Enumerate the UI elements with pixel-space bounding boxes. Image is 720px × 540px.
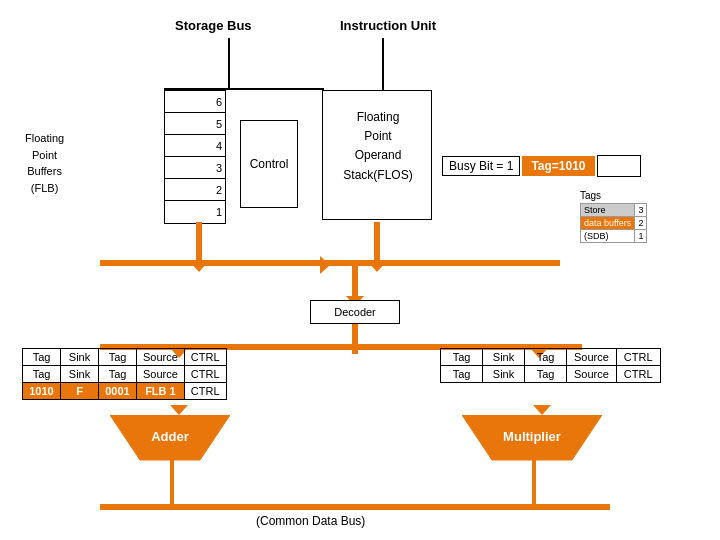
- rs2-ctrl: CTRL: [616, 366, 660, 383]
- instruction-unit-title: Instruction Unit: [340, 18, 436, 33]
- storage-bus-title: Storage Bus: [175, 18, 252, 33]
- rs1-sink: Sink: [483, 349, 525, 366]
- tags-sdb-label: (SDB): [581, 230, 635, 243]
- rs2-tag2: Tag: [525, 366, 567, 383]
- flb-label: FloatingPointBuffers(FLB): [25, 130, 64, 196]
- rs1-source: Source: [567, 349, 617, 366]
- flb-rows: 6 5 4 3 2 1: [164, 90, 226, 224]
- flb-row-2: 2: [165, 179, 225, 201]
- busy-bit-area: Busy Bit = 1 Tag=1010: [442, 155, 641, 177]
- arrow-down-adder: [170, 405, 188, 415]
- q3-sink: F: [61, 383, 99, 400]
- orange-vline-decoder: [352, 264, 358, 298]
- inst-bus-vline: [382, 38, 384, 90]
- tags-row-1: Store 3: [581, 204, 647, 217]
- arrow-down-flb: [190, 262, 208, 272]
- q1-tag2: Tag: [99, 349, 137, 366]
- orange-hbus-main: [100, 260, 560, 266]
- vline-adder-cdb: [170, 460, 174, 506]
- flb-row-1: 1: [165, 201, 225, 223]
- tag-empty-box: [597, 155, 641, 177]
- queue-row-1: Tag Sink Tag Source CTRL: [23, 349, 227, 366]
- queue-table: Tag Sink Tag Source CTRL Tag Sink Tag So…: [22, 348, 227, 400]
- q2-tag2: Tag: [99, 366, 137, 383]
- arrow-right-flos: [320, 256, 330, 274]
- q1-sink: Sink: [61, 349, 99, 366]
- tags-databuf-label: data buffers: [581, 217, 635, 230]
- cdb-label: (Common Data Bus): [256, 514, 365, 528]
- tags-row-2: data buffers 2: [581, 217, 647, 230]
- orange-vline-flb: [196, 222, 202, 264]
- rs2-sink: Sink: [483, 366, 525, 383]
- q2-ctrl: CTRL: [184, 366, 226, 383]
- tags-row-3: (SDB) 1: [581, 230, 647, 243]
- rs-table: Tag Sink Tag Source CTRL Tag Sink Tag So…: [440, 348, 661, 383]
- svg-text:Multiplier: Multiplier: [503, 429, 561, 444]
- rs-row-1: Tag Sink Tag Source CTRL: [441, 349, 661, 366]
- tags-store-label: Store: [581, 204, 635, 217]
- tag-label: Tag=1010: [522, 156, 594, 176]
- queue-row-2: Tag Sink Tag Source CTRL: [23, 366, 227, 383]
- flb-row-4: 4: [165, 135, 225, 157]
- busy-bit-label: Busy Bit = 1: [442, 156, 520, 176]
- rs1-ctrl: CTRL: [616, 349, 660, 366]
- svg-text:Adder: Adder: [151, 429, 189, 444]
- rs2-source: Source: [567, 366, 617, 383]
- rs1-tag: Tag: [441, 349, 483, 366]
- q3-tag2: 0001: [99, 383, 137, 400]
- tags-sdb-value: 1: [635, 230, 647, 243]
- control-label: Control: [250, 157, 289, 171]
- tags-label: Tags: [580, 190, 601, 201]
- q2-tag: Tag: [23, 366, 61, 383]
- flos-label: FloatingPointOperandStack(FLOS): [330, 108, 426, 185]
- rs-row-2: Tag Sink Tag Source CTRL: [441, 366, 661, 383]
- rs1-tag2: Tag: [525, 349, 567, 366]
- flb-row-3: 3: [165, 157, 225, 179]
- control-box: Control: [240, 120, 298, 208]
- queue-row-3: 1010 F 0001 FLB 1 CTRL: [23, 383, 227, 400]
- orange-vline-flos: [374, 222, 380, 264]
- q3-tag: 1010: [23, 383, 61, 400]
- q1-tag: Tag: [23, 349, 61, 366]
- decoder-box: Decoder: [310, 300, 400, 324]
- tags-store-value: 3: [635, 204, 647, 217]
- flb-row-5: 5: [165, 113, 225, 135]
- q2-source: Source: [137, 366, 185, 383]
- tags-info: Tags Store 3 data buffers 2 (SDB) 1: [580, 190, 647, 243]
- flb-row-6: 6: [165, 91, 225, 113]
- arrow-down-flos: [368, 262, 386, 272]
- tags-table: Store 3 data buffers 2 (SDB) 1: [580, 203, 647, 243]
- rs2-tag: Tag: [441, 366, 483, 383]
- tags-databuf-value: 2: [635, 217, 647, 230]
- diagram: Storage Bus Instruction Unit FloatingPoi…: [0, 0, 720, 540]
- decoder-label: Decoder: [334, 306, 376, 318]
- arrow-down-multiplier: [533, 405, 551, 415]
- q3-source: FLB 1: [137, 383, 185, 400]
- storage-bus-line: [228, 38, 230, 90]
- q1-ctrl: CTRL: [184, 349, 226, 366]
- q3-ctrl: CTRL: [184, 383, 226, 400]
- q1-source: Source: [137, 349, 185, 366]
- vline-mult-cdb: [532, 460, 536, 506]
- q2-sink: Sink: [61, 366, 99, 383]
